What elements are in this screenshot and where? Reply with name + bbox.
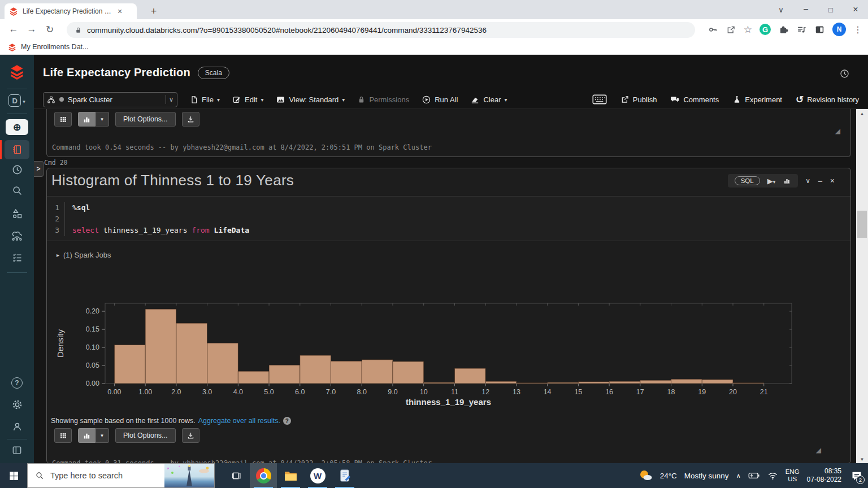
menu-edit[interactable]: Edit▾: [232, 95, 263, 104]
download-button[interactable]: [182, 112, 199, 127]
cell-language-pill[interactable]: SQL: [735, 176, 760, 185]
browser-tab[interactable]: Life Expectancy Prediction - Data ×: [5, 3, 137, 19]
wifi-icon[interactable]: [767, 472, 778, 480]
notebook-cell[interactable]: Histogram of Thinness 1 to 19 Years SQL …: [46, 168, 851, 463]
collapse-cell-icon[interactable]: ∨: [805, 177, 810, 184]
sidebar-item-data[interactable]: [0, 208, 34, 220]
sidebar-item-help[interactable]: ?: [0, 377, 34, 389]
download-button[interactable]: [182, 428, 199, 443]
sidebar-create-button[interactable]: ⊕: [6, 119, 28, 135]
key-icon[interactable]: [708, 24, 718, 35]
schedule-clock-icon[interactable]: [839, 68, 850, 79]
taskbar-notepad[interactable]: [331, 463, 358, 488]
window-minimize-button[interactable]: −: [793, 0, 818, 19]
chart-view-button[interactable]: [78, 112, 96, 127]
scroll-down-button[interactable]: ▼: [856, 455, 868, 463]
plot-options-button[interactable]: Plot Options...: [115, 112, 176, 127]
menu-experiment[interactable]: Experiment: [732, 95, 782, 104]
table-view-button[interactable]: [54, 112, 72, 127]
tab-close-icon[interactable]: ×: [118, 7, 122, 16]
svg-text:2.0: 2.0: [171, 388, 181, 396]
help-icon: ?: [11, 377, 23, 389]
svg-text:17: 17: [636, 388, 644, 396]
menu-comments[interactable]: Comments: [670, 95, 719, 104]
minimize-cell-icon[interactable]: −: [818, 177, 823, 185]
spark-jobs-toggle[interactable]: ▸ (1) Spark Jobs: [57, 251, 111, 259]
sidebar-item-jobs[interactable]: [0, 252, 34, 264]
cell-expander-tab[interactable]: >: [34, 161, 44, 177]
download-icon: [186, 115, 195, 124]
cluster-dropdown[interactable]: ∨: [166, 95, 173, 104]
menu-publish[interactable]: Publish: [620, 95, 657, 104]
chart-type-dropdown[interactable]: ▾: [96, 428, 109, 443]
taskbar-app-w[interactable]: W: [304, 463, 331, 488]
menu-view[interactable]: View: Standard▾: [276, 95, 345, 104]
help-circle-icon[interactable]: ?: [283, 417, 291, 425]
taskbar-chrome[interactable]: [250, 463, 277, 488]
sidebar-item-account[interactable]: [0, 421, 34, 433]
sidebar-item-compute[interactable]: [0, 230, 34, 242]
chart-icon[interactable]: [783, 177, 791, 185]
sidebar-divider: [7, 272, 27, 273]
menu-clear[interactable]: Clear▾: [470, 95, 507, 104]
databricks-logo[interactable]: [0, 64, 34, 80]
sidebar-item-workspace-switcher[interactable]: D ▾: [0, 94, 34, 107]
grammarly-extension-icon[interactable]: G: [760, 24, 771, 35]
weather-temp[interactable]: 24°C: [660, 472, 677, 480]
reload-button[interactable]: ↻: [41, 20, 59, 38]
extensions-puzzle-icon[interactable]: [778, 24, 789, 35]
task-view-button[interactable]: [223, 463, 250, 488]
new-tab-button[interactable]: +: [147, 5, 160, 18]
playlist-extension-icon[interactable]: [796, 24, 807, 35]
browser-menu-icon[interactable]: ⋮: [853, 24, 862, 35]
window-close-button[interactable]: ×: [843, 0, 868, 19]
address-bar[interactable]: community.cloud.databricks.com/?o=890153…: [67, 22, 695, 38]
taskbar-clock[interactable]: 08:3507-08-2022: [807, 467, 841, 484]
run-cell-button[interactable]: ▶▾: [767, 177, 776, 185]
notification-center[interactable]: 2: [851, 470, 862, 481]
sidebar-item-recents[interactable]: [0, 164, 34, 176]
notebook-scroll-area[interactable]: ▾ Plot Options... ◢ Command took 0.54 se…: [34, 108, 868, 463]
keyboard-shortcuts-icon[interactable]: [592, 94, 607, 104]
profile-avatar[interactable]: N: [832, 23, 846, 36]
menu-revision-history[interactable]: ↺ Revision history: [796, 95, 859, 104]
aggregate-link[interactable]: Aggregate over all results.: [198, 417, 280, 425]
chart-type-dropdown[interactable]: ▾: [96, 112, 109, 127]
taskbar-search-box[interactable]: Type here to search: [27, 463, 215, 488]
resize-handle-icon[interactable]: ◢: [835, 127, 840, 135]
start-button[interactable]: [0, 463, 27, 488]
share-icon[interactable]: [726, 24, 736, 35]
table-view-button[interactable]: [54, 428, 72, 443]
window-maximize-button[interactable]: □: [818, 0, 843, 19]
chart-view-button[interactable]: [78, 428, 96, 443]
language-indicator[interactable]: ENGUS: [785, 468, 800, 483]
sidebar-item-search[interactable]: [0, 185, 34, 197]
menu-run-all[interactable]: Run All: [422, 95, 458, 104]
sidebar-item-notebook-active[interactable]: [5, 140, 29, 159]
resize-handle-icon[interactable]: ◢: [816, 446, 821, 454]
bookmark-item[interactable]: My Enrollments Dat...: [21, 43, 88, 51]
plot-options-button[interactable]: Plot Options...: [115, 428, 176, 443]
svg-text:0.00: 0.00: [107, 388, 121, 396]
sidebar-item-settings[interactable]: [0, 399, 34, 411]
menu-file[interactable]: File▾: [190, 95, 220, 104]
tray-expand-icon[interactable]: ∧: [736, 472, 741, 480]
cluster-selector[interactable]: Spark Cluster ∨: [43, 92, 177, 107]
window-chevron-icon[interactable]: ∨: [769, 0, 793, 19]
scrollbar-thumb[interactable]: [857, 211, 867, 238]
battery-icon[interactable]: [748, 472, 760, 480]
scroll-up-button[interactable]: ▲: [856, 109, 868, 118]
back-button[interactable]: ←: [5, 20, 23, 38]
bookmark-star-icon[interactable]: ☆: [744, 24, 752, 36]
taskbar-file-explorer[interactable]: [277, 463, 304, 488]
date: 07-08-2022: [807, 476, 841, 484]
databricks-app: D ▾ ⊕: [0, 55, 868, 463]
person-icon: [11, 421, 23, 433]
forward-button[interactable]: →: [23, 20, 41, 38]
delete-cell-icon[interactable]: ×: [830, 177, 835, 185]
sidebar-collapse-button[interactable]: [0, 445, 34, 456]
weather-desc[interactable]: Mostly sunny: [684, 472, 729, 480]
side-panel-icon[interactable]: [814, 24, 825, 35]
code-editor[interactable]: 1 %sql 2 3 select thinness_1_19_years fr…: [47, 196, 850, 241]
vertical-scrollbar[interactable]: ▲ ▼: [856, 109, 868, 463]
